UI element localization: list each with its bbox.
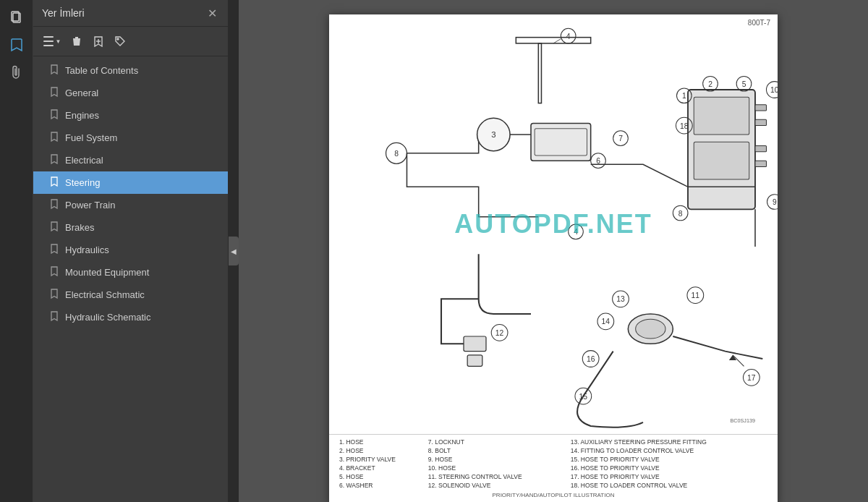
legend-cell: 13. AUXILIARY STEERING PRESSURE FITTING [568,438,770,446]
svg-rect-9 [538,43,541,103]
legend-caption: PRIORITY/HAND/AUTOPILOT ILLUSTRATION [336,492,770,498]
svg-rect-45 [464,336,486,352]
bookmark-icon [51,221,58,234]
sidebar-item-general[interactable]: General [33,82,228,104]
sidebar-item-fuel-system[interactable]: Fuel System [33,127,228,149]
svg-rect-46 [467,355,482,367]
svg-text:10: 10 [770,86,778,94]
svg-point-54 [636,319,665,339]
svg-text:9: 9 [773,198,777,206]
delete-button[interactable] [67,31,87,51]
svg-text:16: 16 [587,355,595,363]
legend-cell: 18. HOSE TO LOADER CONTROL VALVE [568,481,770,490]
bookmarks-icon[interactable] [5,33,28,56]
svg-rect-28 [755,146,767,152]
legend-cell: 8. BOLT [425,446,568,455]
sidebar-item-label: Power Train [65,200,115,210]
attachments-icon[interactable] [5,61,28,84]
bookmark-icon [51,289,58,301]
sidebar-item-label: Electrical Schmatic [65,289,145,300]
svg-text:11: 11 [692,292,700,299]
svg-text:3: 3 [491,130,495,139]
svg-rect-26 [755,105,767,111]
sidebar-item-electrical[interactable]: Electrical [33,149,228,171]
svg-rect-8 [516,38,590,43]
svg-line-63 [733,355,744,367]
sidebar-actions: ▼ [33,27,228,56]
sidebar-item-steering[interactable]: Steering [33,171,228,194]
svg-text:14: 14 [602,318,610,326]
legend-cell: 7. LOCKNUT [425,438,568,446]
legend-cell: 11. STEERING CONTROL VALVE [425,472,568,481]
sidebar-item-electrical-schmatic[interactable]: Electrical Schmatic [33,284,228,306]
legend-cell: 16. HOSE TO PRIORITY VALVE [568,464,770,472]
svg-rect-27 [755,119,767,125]
sidebar-item-label: Mounted Equipment [65,267,149,278]
sidebar-item-table-of-contents[interactable]: Table of Contents [33,59,228,82]
sidebar-item-power-train[interactable]: Power Train [33,194,228,216]
sidebar-item-label: Hydraulic Schematic [65,312,151,323]
add-bookmark-button[interactable] [88,31,109,51]
svg-point-7 [117,38,119,40]
collapse-handle[interactable]: ◀ [229,237,239,265]
sidebar-item-label: Hydraulics [65,244,109,255]
document-viewer[interactable]: 800T-7 4 8 [239,0,868,502]
menu-button[interactable]: ▼ [39,31,65,51]
svg-rect-29 [755,161,767,166]
legend-cell: 3. PRIORITY VALVE [336,455,425,464]
document-page: 800T-7 4 8 [329,14,778,502]
bookmark-icon [51,64,58,77]
bookmark-icon [51,199,58,211]
svg-text:13: 13 [616,295,625,303]
bookmark-icon [51,87,58,99]
legend-cell: 9. HOSE [425,455,568,464]
svg-rect-3 [43,41,54,42]
bookmark-icon [51,311,58,323]
svg-text:8: 8 [678,210,683,218]
bookmark-icon [51,176,58,189]
left-toolbar [0,0,33,502]
sidebar-item-label: Engines [65,110,99,121]
svg-rect-4 [43,45,54,46]
legend-cell: 1. HOSE [336,438,425,446]
svg-text:4: 4 [574,228,578,236]
sidebar-title: Yer İmleri [42,7,85,19]
svg-text:1: 1 [682,92,686,100]
legend-cell: 2. HOSE [336,446,425,455]
close-button[interactable]: ✕ [205,6,219,20]
svg-text:5: 5 [742,80,746,88]
sidebar-item-label: General [65,88,98,98]
bookmark-icon [51,154,58,166]
sidebar-item-label: Fuel System [65,132,117,143]
bookmark-icon [51,244,58,256]
legend-cell: 15. HOSE TO PRIORITY VALVE [568,455,770,464]
svg-text:8: 8 [394,150,399,158]
sidebar-item-mounted-equipment[interactable]: Mounted Equipment [33,261,228,284]
sidebar-panel: Yer İmleri ✕ ▼ [33,0,229,502]
legend-table: 1. HOSE7. LOCKNUT13. AUXILIARY STEERING … [329,434,778,502]
bookmark-icon [51,109,58,122]
svg-rect-25 [694,142,749,179]
pages-icon[interactable] [5,6,28,29]
legend-cell: 6. WASHER [336,481,425,490]
svg-rect-24 [694,97,749,135]
bookmark-icon [51,132,58,144]
sidebar-item-hydraulic-schematic[interactable]: Hydraulic Schematic [33,306,228,328]
sidebar-header: Yer İmleri ✕ [33,0,228,27]
svg-text:18: 18 [680,122,689,130]
legend-cell: 17. HOSE TO PRIORITY VALVE [568,472,770,481]
svg-text:12: 12 [495,329,504,337]
svg-line-12 [553,39,561,43]
svg-text:7: 7 [618,135,623,142]
legend-cell: 14. FITTING TO LOADER CONTROL VALVE [568,446,770,455]
svg-rect-2 [43,36,54,38]
tag-button[interactable] [110,31,130,51]
sidebar-item-engines[interactable]: Engines [33,104,228,127]
svg-text:2: 2 [708,80,712,88]
sidebar-item-brakes[interactable]: Brakes [33,216,228,239]
bookmark-icon [51,266,58,278]
sidebar-item-label: Table of Contents [65,65,138,76]
sidebar-item-hydraulics[interactable]: Hydraulics [33,239,228,261]
legend-cell: 10. HOSE [425,464,568,472]
legend-cell: 12. SOLENOID VALVE [425,481,568,490]
